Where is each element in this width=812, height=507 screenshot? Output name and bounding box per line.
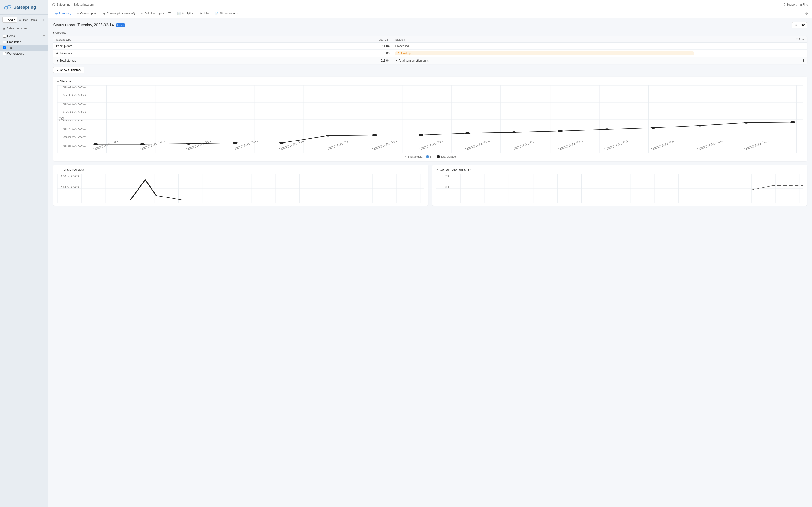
add-icon: ＋ [5, 18, 7, 21]
workstations-checkbox[interactable] [3, 52, 6, 55]
svg-rect-44 [57, 174, 424, 203]
dropdown-icon: ▾ [13, 18, 15, 21]
breadcrumb-sep: › [71, 3, 72, 6]
total-storage-legend-label: Total storage [441, 155, 456, 158]
storage-chart-title: ⌂ Storage [57, 79, 803, 83]
tab-settings-icon[interactable]: ⚙ [805, 12, 808, 15]
svg-point-26 [698, 125, 702, 126]
summary-icon: ◎ [55, 12, 57, 15]
tab-jobs[interactable]: ⚙ Jobs [197, 9, 212, 18]
support-link[interactable]: ? Support [784, 3, 797, 6]
add-button[interactable]: ＋ Add ▾ [2, 17, 17, 23]
breadcrumb-safespring: Safespring [52, 3, 70, 6]
svg-point-25 [651, 127, 656, 129]
report-title: Status report: Tuesday, 2023-02-14 today [53, 23, 125, 27]
sidebar-toolbar: ＋ Add ▾ ▤ Filter 4 items ⊞ [0, 15, 48, 25]
clock-icon: ⏱ [397, 52, 400, 55]
sidebar-nav: Demo ⊞ Production Test ⊞ Workstations [0, 32, 48, 507]
view-toggle-button[interactable]: ⊞ [43, 18, 46, 21]
total-storage-gb: 611,04 [255, 57, 392, 64]
report-header: Status report: Tuesday, 2023-02-14 today… [53, 22, 807, 28]
print-icon: 🖨 [795, 23, 798, 27]
tab-analytics[interactable]: 📊 Analytics [174, 9, 197, 18]
svg-point-27 [744, 122, 749, 124]
tab-bar: ◎ Summary ◈ Consumption ◈ Consumption un… [48, 9, 812, 18]
test-checkbox[interactable] [3, 46, 6, 49]
tab-summary[interactable]: ◎ Summary [52, 9, 74, 18]
backup-data-type: Backup data [53, 43, 255, 50]
refresh-icon: ↺ [56, 68, 59, 72]
transferred-chart-container: 35,00 30,00 [57, 174, 424, 203]
col-total: ✕ Total [697, 37, 807, 43]
org-row: ◉ Safespring.com [0, 25, 48, 32]
show-history-button[interactable]: ↺ Show full history [53, 67, 84, 73]
svg-text:35,00: 35,00 [61, 175, 79, 178]
topnav-actions: ? Support ⊞ Find [784, 3, 808, 6]
archive-data-type: Archive data [53, 50, 255, 57]
total-consumption-label: ✕ Total consumption units [393, 57, 697, 64]
table-row-total: ▼ Total storage 611,04 ✕ Total consumpti… [53, 57, 807, 64]
find-link[interactable]: ⊞ Find [800, 3, 808, 6]
svg-point-24 [604, 128, 609, 130]
tab-status-reports[interactable]: 📄 Status reports [212, 9, 241, 18]
transferred-data-section: ⇄ Transferred data 35,00 30,00 [53, 165, 428, 206]
svg-point-28 [790, 121, 795, 123]
consumption-units-icon2: ✕ [395, 59, 398, 62]
chart-legend: ✕ Backup data SP Total storage [57, 155, 803, 158]
svg-text:580,00: 580,00 [63, 119, 87, 122]
transferred-chart-title: ⇄ Transferred data [57, 168, 424, 171]
consumption-units-icon: ◈ [103, 12, 105, 15]
backup-legend-icon: ✕ [405, 155, 407, 158]
status-reports-icon: 📄 [215, 12, 219, 15]
transfer-icon: ⇄ [57, 168, 60, 171]
consumption-units-section: ✕ Consumption units (8) 9 8 [432, 165, 807, 206]
print-button[interactable]: 🖨 Print [792, 22, 807, 28]
sidebar: Safespring ＋ Add ▾ ▤ Filter 4 items ⊞ ◉ … [0, 0, 48, 507]
col-total-gb: Total (GB) [255, 37, 392, 43]
tab-deletion-requests[interactable]: ⊗ Deletion requests (0) [138, 9, 174, 18]
svg-point-13 [93, 144, 98, 145]
svg-point-14 [140, 144, 145, 145]
svg-rect-47 [436, 174, 803, 203]
consumption-icon3: ✕ [436, 168, 439, 171]
breadcrumb-safespring-com: Safespring.com [73, 3, 94, 6]
svg-point-20 [418, 134, 423, 136]
tab-consumption[interactable]: ◈ Consumption [74, 9, 100, 18]
filter-button[interactable]: ▤ Filter 4 items [18, 18, 37, 21]
storage-chart-section: ⌂ Storage 620,00 610,00 600,00 [53, 76, 807, 161]
archive-data-gb: 0,00 [255, 50, 392, 57]
find-icon: ⊞ [800, 3, 802, 6]
svg-text:560,00: 560,00 [63, 136, 87, 139]
svg-point-2 [52, 3, 55, 6]
svg-text:GB: GB [57, 117, 66, 121]
svg-text:600,00: 600,00 [63, 102, 87, 105]
svg-point-17 [279, 142, 284, 144]
content-area: Status report: Tuesday, 2023-02-14 today… [48, 18, 812, 507]
svg-text:9: 9 [445, 175, 449, 178]
filter-icon: ▤ [18, 18, 21, 21]
tab-consumption-units[interactable]: ◈ Consumption units (0) [100, 9, 138, 18]
consumption-icon: ◈ [77, 12, 79, 15]
demo-checkbox[interactable] [3, 35, 6, 38]
sp-legend-dot [426, 156, 429, 158]
home-icon: ⌂ [57, 79, 59, 83]
storage-icon: ▼ [56, 59, 59, 62]
sort-icon: ↕ [404, 38, 405, 41]
sidebar-item-workstations[interactable]: Workstations [0, 51, 48, 56]
table-row: Archive data 0,00 ⏱ Pending 8 [53, 50, 807, 57]
analytics-icon: 📊 [177, 12, 181, 15]
top-nav: Safespring › Safespring.com ? Support ⊞ … [48, 0, 812, 9]
legend-sp: SP [426, 155, 433, 158]
sidebar-item-demo[interactable]: Demo ⊞ [0, 33, 48, 39]
test-label: Test [7, 46, 42, 50]
svg-point-23 [558, 130, 563, 132]
production-label: Production [7, 40, 45, 44]
backup-legend-label: Backup data [408, 155, 422, 158]
breadcrumb: Safespring › Safespring.com [52, 3, 94, 6]
consumption-chart-container: 9 8 [436, 174, 803, 203]
sidebar-item-test[interactable]: Test ⊞ [0, 45, 48, 51]
demo-action-icon: ⊞ [43, 35, 45, 38]
production-checkbox[interactable] [3, 41, 6, 44]
sidebar-item-production[interactable]: Production [0, 39, 48, 45]
test-action-icon: ⊞ [43, 46, 45, 50]
